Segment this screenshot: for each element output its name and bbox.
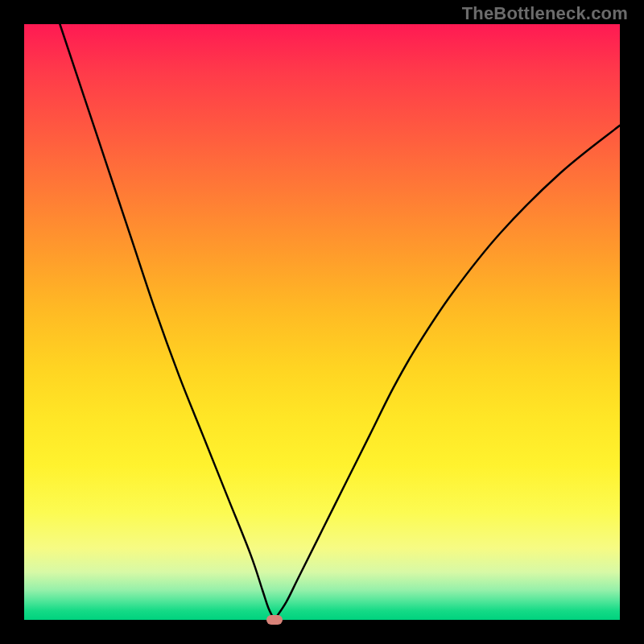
minimum-dot	[266, 615, 283, 625]
curve-svg	[24, 24, 620, 620]
chart-frame: TheBottleneck.com	[0, 0, 644, 644]
curve-left-branch	[60, 24, 274, 620]
gradient-plot-area	[24, 24, 620, 620]
curve-right-branch	[275, 126, 620, 620]
watermark-text: TheBottleneck.com	[462, 3, 628, 24]
